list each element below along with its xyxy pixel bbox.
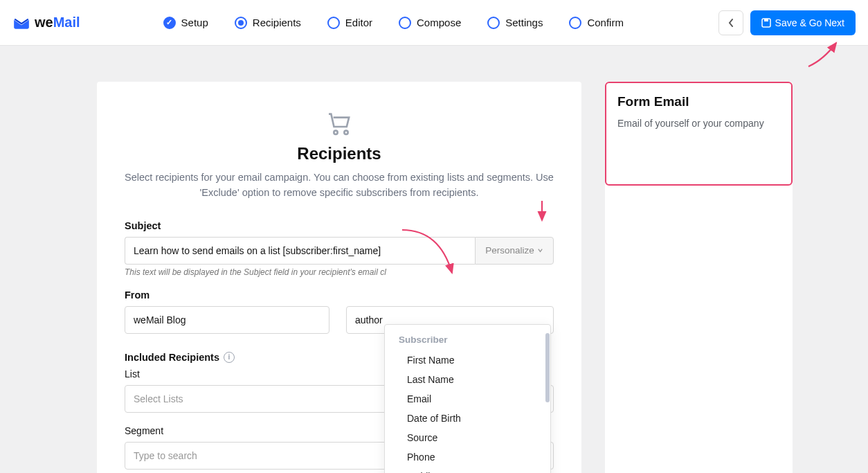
step-recipients[interactable]: Recipients bbox=[235, 17, 301, 29]
dropdown-item-dob[interactable]: Date of Birth bbox=[385, 409, 550, 428]
step-settings[interactable]: Settings bbox=[487, 17, 543, 29]
radio-icon bbox=[487, 17, 500, 29]
back-button[interactable] bbox=[718, 10, 743, 35]
save-icon bbox=[761, 18, 771, 28]
svg-point-3 bbox=[344, 131, 347, 134]
from-label: From bbox=[125, 289, 554, 301]
subject-label: Subject bbox=[125, 220, 554, 231]
chevron-left-icon bbox=[727, 19, 734, 27]
dropdown-item-mobile[interactable]: Mobile bbox=[385, 467, 550, 473]
radio-active-icon bbox=[235, 17, 247, 29]
dropdown-item-email[interactable]: Email bbox=[385, 389, 550, 409]
from-name-input[interactable] bbox=[125, 306, 329, 334]
dropdown-item-source[interactable]: Source bbox=[385, 428, 550, 447]
scrollbar[interactable] bbox=[545, 333, 550, 402]
personalize-dropdown[interactable]: Personalize bbox=[475, 237, 554, 265]
side-panel: Form Email Email of yourself or your com… bbox=[605, 82, 793, 473]
subject-input[interactable] bbox=[125, 237, 475, 265]
save-next-button[interactable]: Save & Go Next bbox=[750, 10, 856, 35]
svg-rect-1 bbox=[764, 19, 768, 21]
dropdown-item-first-name[interactable]: First Name bbox=[385, 350, 550, 370]
recipients-card: Recipients Select recipients for your em… bbox=[97, 82, 581, 473]
subject-help-text: This text will be displayed in the Subje… bbox=[125, 267, 554, 277]
radio-icon bbox=[399, 17, 411, 29]
side-title: Form Email bbox=[617, 94, 780, 109]
mail-icon bbox=[12, 14, 30, 32]
form-email-help: Form Email Email of yourself or your com… bbox=[605, 82, 793, 186]
personalize-menu: Subscriber First Name Last Name Email Da… bbox=[384, 324, 551, 473]
step-compose[interactable]: Compose bbox=[399, 17, 461, 29]
check-icon bbox=[163, 17, 176, 29]
dropdown-item-phone[interactable]: Phone bbox=[385, 447, 550, 467]
wizard-steps: Setup Recipients Editor Compose Settings… bbox=[163, 17, 624, 29]
header: weMail Setup Recipients Editor Compose S… bbox=[0, 0, 868, 46]
dropdown-item-last-name[interactable]: Last Name bbox=[385, 370, 550, 389]
svg-point-2 bbox=[334, 131, 337, 134]
logo: weMail bbox=[12, 14, 80, 32]
step-confirm[interactable]: Confirm bbox=[569, 17, 624, 29]
step-setup[interactable]: Setup bbox=[163, 17, 208, 29]
dropdown-group-subscriber: Subscriber bbox=[385, 332, 550, 350]
side-text: Email of yourself or your company bbox=[617, 118, 780, 129]
page-subtitle: Select recipients for your email campaig… bbox=[125, 170, 554, 201]
page-title: Recipients bbox=[125, 144, 554, 163]
radio-icon bbox=[569, 17, 581, 29]
info-icon[interactable]: i bbox=[224, 352, 235, 363]
radio-icon bbox=[327, 17, 340, 29]
cart-icon bbox=[325, 109, 353, 137]
step-editor[interactable]: Editor bbox=[327, 17, 372, 29]
chevron-down-icon bbox=[537, 247, 543, 253]
